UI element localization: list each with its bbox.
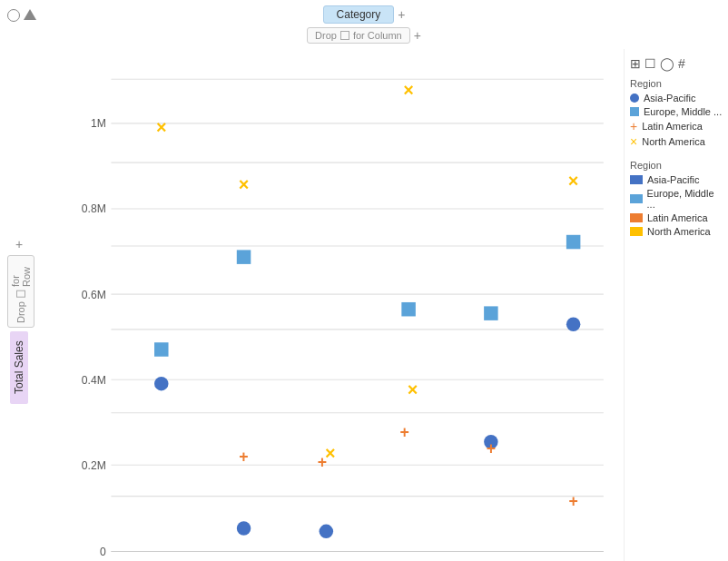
drop-for-row: Drop for Row <box>7 255 34 328</box>
add-filter-button[interactable]: + <box>414 28 421 43</box>
filter-icon[interactable]: ⊞ <box>630 56 641 71</box>
for-row-text: for Row <box>10 260 32 287</box>
legend-item-la-shape: + Latin America <box>630 120 723 133</box>
add-column-button[interactable]: + <box>398 7 405 22</box>
svg-text:×: × <box>403 80 414 100</box>
eu-color-swatch <box>630 194 643 203</box>
na-shape-label: North America <box>642 136 705 147</box>
eu-color-label: Europe, Middle ... <box>647 188 723 210</box>
circle-icon <box>7 9 20 22</box>
svg-text:+: + <box>568 492 577 510</box>
add-row-plus[interactable]: + <box>15 237 23 251</box>
svg-text:1M: 1M <box>91 117 106 130</box>
svg-text:0.6M: 0.6M <box>82 289 106 301</box>
la-shape-label: Latin America <box>642 121 703 132</box>
shape-legend-title: Region <box>630 78 723 89</box>
total-sales-label: Total Sales <box>10 331 28 404</box>
row-icon <box>16 290 25 298</box>
legend-item-na-shape: × North America <box>630 135 723 148</box>
svg-text:0.2M: 0.2M <box>82 459 106 472</box>
svg-text:+: + <box>487 439 496 458</box>
svg-text:+: + <box>239 448 248 466</box>
legend-item-ap-color: Asia-Pacific <box>630 174 723 185</box>
drop-row-text: Drop <box>15 301 26 323</box>
legend-item-ap-shape: Asia-Pacific <box>630 93 723 103</box>
svg-text:×: × <box>156 117 167 137</box>
category-pill[interactable]: Category <box>323 5 395 24</box>
ap-shape-label: Asia-Pacific <box>644 93 695 103</box>
color-legend-title: Region <box>630 160 723 171</box>
chart-area: 0 0.2M 0.4M 0.6M 0.8M 1M Blends Bold Esp… <box>51 49 624 561</box>
right-legend: ⊞ ☐ ◯ # Region Asia-Pacific Europe, Midd… <box>624 49 728 561</box>
data-point <box>484 306 497 320</box>
svg-text:×: × <box>568 171 579 191</box>
la-plus-icon: + <box>630 120 637 133</box>
legend-item-na-color: North America <box>630 226 723 237</box>
svg-text:×: × <box>239 174 250 194</box>
svg-text:+: + <box>399 423 408 441</box>
na-color-swatch <box>630 227 643 236</box>
la-color-label: Latin America <box>647 212 708 223</box>
data-point <box>154 342 168 356</box>
legend-toolbar: ⊞ ☐ ◯ # <box>630 56 723 71</box>
na-cross-icon: × <box>630 135 637 148</box>
eu-square-icon <box>630 107 639 116</box>
ap-circle-icon <box>630 94 639 103</box>
drop-text: Drop <box>315 30 337 41</box>
triangle-icon <box>24 9 36 20</box>
svg-text:0.4M: 0.4M <box>82 374 106 387</box>
svg-text:0: 0 <box>100 546 106 558</box>
data-point <box>237 250 251 263</box>
data-point <box>320 525 333 538</box>
data-point <box>237 521 251 535</box>
svg-text:+: + <box>318 453 327 471</box>
for-column-text: for Column <box>353 30 402 41</box>
data-point <box>401 302 415 316</box>
svg-text:×: × <box>408 379 418 399</box>
data-point <box>566 318 580 331</box>
top-left-icons <box>7 9 36 22</box>
svg-text:0.8M: 0.8M <box>82 202 106 215</box>
legend-item-la-color: Latin America <box>630 212 723 223</box>
eu-shape-label: Europe, Middle ... <box>644 106 722 117</box>
scatter-chart: 0 0.2M 0.4M 0.6M 0.8M 1M Blends Bold Esp… <box>51 49 624 561</box>
top-bar: Category + Drop for Column + <box>0 0 728 49</box>
data-point <box>154 377 168 390</box>
column-icon <box>340 31 349 40</box>
legend-item-eu-color: Europe, Middle ... <box>630 188 723 210</box>
data-point <box>566 235 580 249</box>
layout-icon[interactable]: ☐ <box>644 56 656 71</box>
left-panel: + Drop for Row Total Sales <box>0 49 51 561</box>
la-color-swatch <box>630 213 643 222</box>
ap-color-label: Asia-Pacific <box>647 174 699 185</box>
na-color-label: North America <box>647 226 711 237</box>
format-icon[interactable]: ◯ <box>660 56 674 71</box>
hash-icon[interactable]: # <box>678 56 685 71</box>
drop-for-column: Drop for Column <box>307 27 410 44</box>
ap-color-swatch <box>630 175 643 184</box>
main-area: + Drop for Row Total Sales <box>0 49 728 561</box>
top-center: Category + Drop for Column + <box>307 5 421 44</box>
legend-item-eu-shape: Europe, Middle ... <box>630 106 723 117</box>
